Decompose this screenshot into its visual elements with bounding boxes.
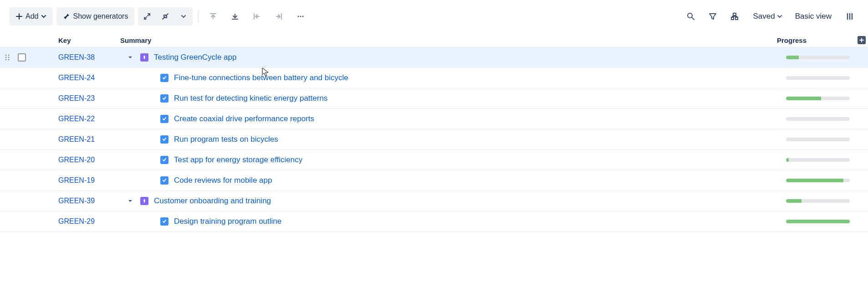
- progress-bar[interactable]: [786, 76, 850, 80]
- issue-key[interactable]: GREEN-29: [58, 217, 120, 226]
- columns-icon: [846, 12, 854, 21]
- expand-toggle[interactable]: [120, 55, 140, 60]
- task-icon: [160, 217, 168, 226]
- chevron-down-icon: [181, 14, 186, 19]
- issue-summary[interactable]: Design training program outline: [173, 217, 786, 226]
- table-row[interactable]: GREEN-20Test app for energy storage effi…: [0, 150, 868, 170]
- progress-bar[interactable]: [786, 138, 850, 141]
- progress-cell: [786, 138, 859, 141]
- drag-handle-icon[interactable]: [5, 54, 10, 61]
- svg-point-10: [8, 57, 10, 58]
- issue-summary[interactable]: Test app for energy storage efficiency: [173, 155, 786, 165]
- toolbar: Add Show generators: [0, 0, 868, 33]
- progress-bar[interactable]: [786, 199, 850, 203]
- outdent-button[interactable]: [248, 7, 266, 26]
- issue-rows: GREEN-38Testing GreenCycle appGREEN-24Fi…: [0, 47, 868, 232]
- add-column-button[interactable]: [858, 36, 866, 44]
- move-down-icon: [231, 12, 239, 21]
- table-row[interactable]: GREEN-21Run program tests on bicycles: [0, 129, 868, 150]
- task-icon: [160, 135, 168, 144]
- issue-summary[interactable]: Code reviews for mobile app: [173, 176, 786, 185]
- filter-icon: [709, 12, 717, 21]
- task-icon: [160, 176, 168, 185]
- progress-bar[interactable]: [786, 179, 850, 182]
- add-button-label: Add: [26, 12, 38, 21]
- progress-cell: [786, 179, 859, 182]
- issue-key[interactable]: GREEN-24: [58, 74, 120, 82]
- show-generators-button[interactable]: Show generators: [56, 7, 134, 26]
- svg-point-11: [5, 59, 7, 61]
- table-row[interactable]: GREEN-39Customer onboarding and training: [0, 191, 868, 211]
- plus-icon: [15, 13, 23, 20]
- svg-point-9: [5, 57, 7, 58]
- checkbox-zone: [15, 53, 29, 62]
- indent-button[interactable]: [270, 7, 288, 26]
- row-checkbox[interactable]: [18, 53, 26, 62]
- move-up-icon: [209, 12, 217, 21]
- progress-bar[interactable]: [786, 56, 850, 59]
- svg-point-7: [5, 55, 7, 56]
- outdent-icon: [253, 12, 261, 21]
- issue-key[interactable]: GREEN-22: [58, 115, 120, 123]
- search-button[interactable]: [682, 7, 700, 26]
- table-row[interactable]: GREEN-24Fine-tune connections between ba…: [0, 68, 868, 88]
- issue-summary[interactable]: Testing GreenCycle app: [153, 53, 786, 62]
- issue-key[interactable]: GREEN-19: [58, 176, 120, 185]
- expand-collapse-dropdown[interactable]: [174, 7, 193, 26]
- table-row[interactable]: GREEN-38Testing GreenCycle app: [0, 47, 868, 68]
- column-header-summary[interactable]: Summary: [120, 36, 777, 44]
- issue-summary[interactable]: Run program tests on bicycles: [173, 135, 786, 144]
- pin-icon: [63, 13, 70, 20]
- progress-cell: [786, 199, 859, 203]
- collapse-all-button[interactable]: [156, 7, 174, 26]
- expand-toggle[interactable]: [120, 198, 140, 204]
- table-row[interactable]: GREEN-22Create coaxial drive performance…: [0, 109, 868, 129]
- expand-all-button[interactable]: [138, 7, 156, 26]
- progress-bar[interactable]: [786, 158, 850, 162]
- show-generators-label: Show generators: [73, 12, 128, 21]
- move-down-button[interactable]: [226, 7, 244, 26]
- svg-point-1: [300, 16, 301, 17]
- indent-icon: [275, 12, 283, 21]
- table-row[interactable]: GREEN-29Design training program outline: [0, 211, 868, 232]
- column-header-progress[interactable]: Progress: [777, 36, 855, 44]
- add-button[interactable]: Add: [9, 7, 53, 26]
- task-icon: [160, 94, 168, 103]
- svg-point-12: [8, 59, 10, 61]
- expand-icon: [143, 12, 151, 21]
- issue-summary[interactable]: Fine-tune connections between battery an…: [173, 73, 786, 82]
- issue-summary[interactable]: Create coaxial drive performance reports: [173, 114, 786, 123]
- collapse-icon: [161, 12, 169, 21]
- issue-key[interactable]: GREEN-39: [58, 197, 120, 205]
- more-actions-button[interactable]: [291, 7, 310, 26]
- progress-bar[interactable]: [786, 97, 850, 100]
- saved-dropdown[interactable]: Saved: [747, 7, 786, 26]
- task-icon: [160, 156, 168, 164]
- filter-button[interactable]: [704, 7, 722, 26]
- issue-key[interactable]: GREEN-21: [58, 135, 120, 144]
- expand-collapse-group: [138, 7, 193, 26]
- svg-point-2: [302, 16, 304, 17]
- hierarchy-button[interactable]: [725, 7, 744, 26]
- svg-rect-4: [733, 13, 736, 15]
- grid-header: Key Summary Progress: [0, 33, 868, 47]
- columns-config-button[interactable]: [841, 7, 859, 26]
- view-mode-button[interactable]: Basic view: [790, 7, 837, 26]
- move-up-button[interactable]: [204, 7, 222, 26]
- issue-summary[interactable]: Customer onboarding and training: [153, 196, 786, 206]
- issue-key[interactable]: GREEN-20: [58, 156, 120, 164]
- drag-handle-zone[interactable]: [0, 54, 15, 61]
- column-header-key[interactable]: Key: [58, 36, 120, 44]
- issue-key[interactable]: GREEN-23: [58, 94, 120, 103]
- table-row[interactable]: GREEN-23Run test for detecting kinetic e…: [0, 88, 868, 109]
- progress-cell: [786, 117, 859, 121]
- issue-key[interactable]: GREEN-38: [58, 53, 120, 62]
- progress-bar[interactable]: [786, 220, 850, 223]
- table-row[interactable]: GREEN-19Code reviews for mobile app: [0, 170, 868, 191]
- plus-icon: [859, 38, 864, 42]
- svg-rect-5: [731, 17, 734, 20]
- epic-icon: [140, 53, 148, 62]
- task-icon: [160, 115, 168, 123]
- progress-bar[interactable]: [786, 117, 850, 121]
- issue-summary[interactable]: Run test for detecting kinetic energy pa…: [173, 94, 786, 103]
